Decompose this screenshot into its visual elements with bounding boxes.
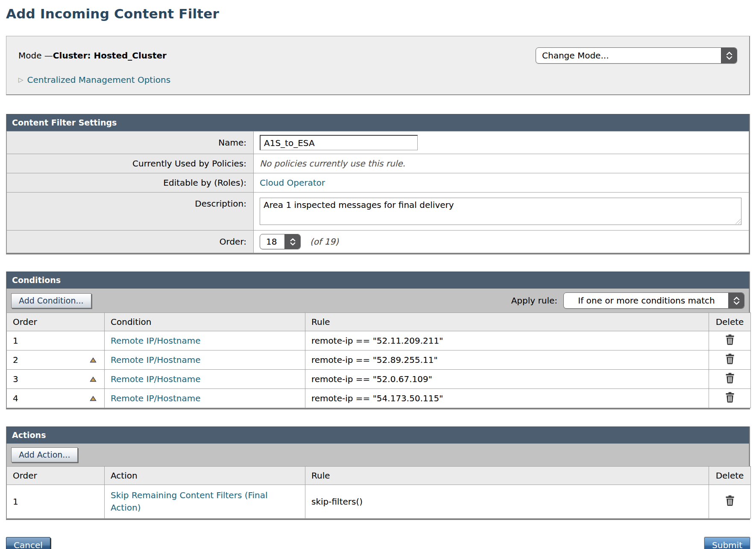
roles-label: Editable by (Roles):: [7, 173, 254, 193]
condition-row: 4 Remote IP/Hostname remote-ip == "54.17…: [7, 389, 751, 408]
change-mode-selected: Change Mode...: [536, 48, 721, 63]
condition-link[interactable]: Remote IP/Hostname: [111, 355, 200, 365]
condition-rule: remote-ip == "52.11.209.211": [305, 331, 709, 350]
settings-row-roles: Editable by (Roles): Cloud Operator: [7, 173, 749, 193]
delete-trash-icon[interactable]: [725, 392, 735, 403]
description-textarea[interactable]: Area 1 inspected messages for final deli…: [260, 198, 741, 225]
policies-value: No policies currently use this rule.: [260, 158, 405, 169]
cloud-operator-link[interactable]: Cloud Operator: [260, 178, 325, 188]
action-row: 1 Skip Remaining Content Filters (Final …: [7, 485, 751, 519]
select-spinner-icon: [721, 48, 737, 63]
conditions-toolbar: Add Condition... Apply rule: If one or m…: [6, 289, 749, 312]
select-spinner-icon: [728, 293, 744, 308]
settings-row-name: Name:: [7, 131, 749, 154]
col-order: Order: [7, 313, 105, 331]
col-rule: Rule: [305, 313, 709, 331]
condition-rule: remote-ip == "54.173.50.115": [305, 389, 709, 408]
actions-header-row: Order Action Rule Delete: [7, 467, 751, 485]
mode-label: Mode —: [18, 50, 53, 61]
col-condition: Condition: [105, 313, 305, 331]
delete-trash-icon[interactable]: [725, 495, 735, 506]
disclosure-triangle-icon: ▷: [18, 76, 23, 84]
settings-row-description: Description: Area 1 inspected messages f…: [7, 193, 749, 231]
delete-trash-icon[interactable]: [725, 353, 735, 365]
condition-order: 1: [13, 336, 18, 346]
condition-order: 4: [13, 393, 18, 403]
move-up-icon[interactable]: [90, 396, 97, 401]
page-title: Add Incoming Content Filter: [6, 6, 750, 21]
col-action: Action: [105, 467, 305, 485]
apply-rule-label: Apply rule:: [511, 295, 557, 306]
condition-row: 1 Remote IP/Hostname remote-ip == "52.11…: [7, 331, 751, 350]
apply-rule-select[interactable]: If one or more conditions match: [563, 292, 744, 309]
condition-link[interactable]: Remote IP/Hostname: [111, 374, 200, 384]
order-select[interactable]: 18: [260, 234, 301, 249]
policies-label: Currently Used by Policies:: [7, 154, 254, 173]
cancel-button[interactable]: Cancel: [6, 537, 50, 549]
change-mode-select[interactable]: Change Mode...: [536, 47, 737, 64]
name-label: Name:: [7, 131, 254, 154]
conditions-header: Conditions: [6, 272, 749, 289]
mode-value: Cluster: Hosted_Cluster: [53, 50, 167, 61]
mode-text: Mode —Cluster: Hosted_Cluster: [18, 50, 167, 61]
order-selected: 18: [260, 234, 284, 249]
mode-panel: Mode —Cluster: Hosted_Cluster Change Mod…: [6, 36, 750, 95]
condition-rule: remote-ip == "52.89.255.11": [305, 350, 709, 370]
actions-header: Actions: [6, 426, 749, 444]
col-order: Order: [7, 467, 105, 485]
actions-table: Order Action Rule Delete 1 Skip Remainin…: [6, 466, 751, 519]
settings-header: Content Filter Settings: [6, 114, 749, 131]
condition-link[interactable]: Remote IP/Hostname: [111, 393, 200, 403]
move-up-icon[interactable]: [90, 377, 97, 382]
centralized-management-options-link[interactable]: Centralized Management Options: [27, 75, 171, 85]
conditions-panel: Conditions Add Condition... Apply rule: …: [6, 272, 750, 409]
condition-order: 2: [13, 355, 18, 365]
condition-rule: remote-ip == "52.0.67.109": [305, 370, 709, 389]
settings-table: Name: Currently Used by Policies: No pol…: [6, 131, 749, 253]
footer-actions: Cancel Submit: [6, 537, 750, 549]
add-action-button[interactable]: Add Action...: [11, 447, 78, 462]
condition-link[interactable]: Remote IP/Hostname: [111, 336, 200, 346]
action-link[interactable]: Skip Remaining Content Filters (Final Ac…: [111, 490, 268, 513]
select-spinner-icon: [284, 234, 300, 249]
order-label: Order:: [7, 231, 254, 253]
condition-row: 2 Remote IP/Hostname remote-ip == "52.89…: [7, 350, 751, 370]
content-filter-settings-panel: Content Filter Settings Name: Currently …: [6, 114, 750, 254]
name-input[interactable]: [260, 135, 418, 150]
col-delete: Delete: [709, 467, 751, 485]
settings-row-order: Order: 18 (of 19): [7, 231, 749, 253]
delete-trash-icon[interactable]: [725, 373, 735, 384]
order-of-text: (of 19): [310, 237, 339, 247]
description-label: Description:: [7, 193, 254, 231]
add-condition-button[interactable]: Add Condition...: [11, 293, 91, 308]
actions-panel: Actions Add Action... Order Action Rule …: [6, 426, 750, 520]
conditions-table: Order Condition Rule Delete 1 Remote IP/…: [6, 312, 751, 408]
actions-toolbar: Add Action...: [6, 444, 749, 466]
apply-rule-selected: If one or more conditions match: [564, 293, 728, 308]
condition-row: 3 Remote IP/Hostname remote-ip == "52.0.…: [7, 370, 751, 389]
action-order: 1: [13, 496, 18, 507]
delete-trash-icon[interactable]: [725, 334, 735, 345]
action-rule: skip-filters(): [305, 485, 709, 519]
conditions-header-row: Order Condition Rule Delete: [7, 313, 751, 331]
col-delete: Delete: [709, 313, 751, 331]
col-rule: Rule: [305, 467, 709, 485]
submit-button[interactable]: Submit: [704, 537, 750, 549]
move-up-icon[interactable]: [90, 357, 97, 363]
settings-row-policies: Currently Used by Policies: No policies …: [7, 154, 749, 173]
condition-order: 3: [13, 374, 18, 384]
